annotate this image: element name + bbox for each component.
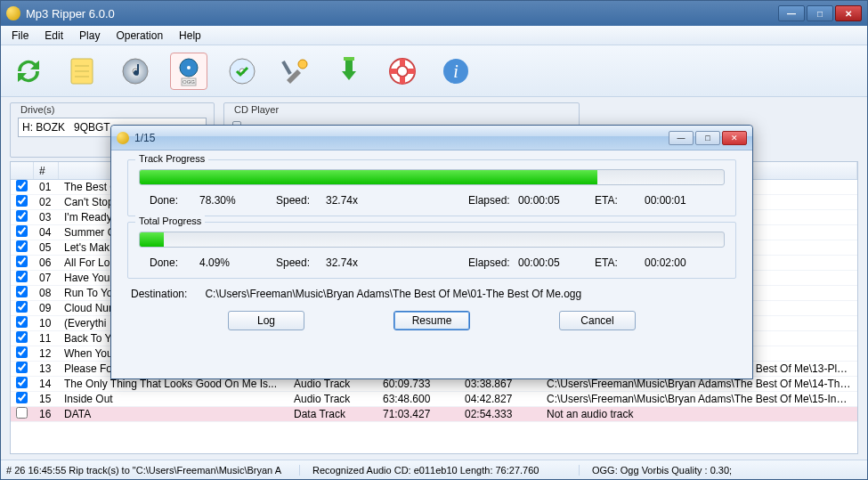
ogg-format-icon[interactable]: OGG: [170, 53, 207, 90]
menu-edit[interactable]: Edit: [37, 28, 70, 44]
menu-help[interactable]: Help: [172, 28, 208, 44]
menu-file[interactable]: File: [4, 28, 36, 44]
destination-path: C:\Users\Freeman\Music\Bryan Adams\The B…: [205, 288, 581, 300]
row-checkbox[interactable]: [16, 407, 28, 419]
cancel-button[interactable]: Cancel: [559, 311, 636, 330]
svg-point-7: [187, 66, 191, 69]
row-checkbox[interactable]: [16, 377, 28, 388]
main-titlebar[interactable]: Mp3 Ripper 6.0.0 — □ ✕: [1, 1, 867, 26]
menu-operation[interactable]: Operation: [109, 28, 170, 44]
row-checkbox[interactable]: [16, 210, 28, 222]
row-checkbox[interactable]: [16, 316, 28, 328]
info-icon[interactable]: i: [437, 53, 475, 90]
resume-button[interactable]: Resume: [393, 311, 470, 330]
tools-icon[interactable]: [277, 53, 314, 90]
log-button[interactable]: Log: [228, 311, 304, 330]
row-checkbox[interactable]: [16, 240, 28, 252]
svg-point-12: [298, 60, 307, 69]
dialog-close-button[interactable]: ✕: [722, 131, 747, 145]
total-progress-group: Total Progress Done: 4.09% Speed: 32.74x…: [127, 222, 736, 279]
track-progress-bar: [139, 169, 725, 185]
svg-rect-13: [281, 61, 291, 75]
minimize-button[interactable]: —: [778, 5, 805, 21]
dialog-maximize-button[interactable]: □: [695, 131, 720, 145]
row-checkbox[interactable]: [16, 180, 28, 191]
drives-label: Drive(s): [18, 104, 58, 115]
dialog-title: 1/15: [134, 132, 669, 144]
progress-dialog: 1/15 — □ ✕ Track Progress Done: 78.30% S…: [110, 125, 753, 379]
status-cd: Recognized Audio CD: e011eb10 Length: 76…: [312, 465, 580, 476]
row-checkbox[interactable]: [16, 362, 28, 373]
download-icon[interactable]: [330, 53, 368, 90]
app-title: Mp3 Ripper 6.0.0: [26, 7, 778, 20]
track-progress-group: Track Progress Done: 78.30% Speed: 32.74…: [127, 159, 736, 216]
table-row[interactable]: 15Inside OutAudio Track63:48.60004:42.82…: [11, 392, 857, 407]
dialog-minimize-button[interactable]: —: [669, 131, 694, 145]
destination-label: Destination:: [131, 288, 187, 300]
toolbar: OGG i: [1, 45, 867, 97]
row-checkbox[interactable]: [16, 301, 28, 313]
svg-text:OGG: OGG: [183, 79, 195, 85]
cdplayer-label: CD Player: [231, 104, 281, 115]
status-rip: # 26 16:45:55 Rip track(s) to "C:\Users\…: [6, 465, 300, 476]
app-icon: [6, 6, 20, 20]
row-checkbox[interactable]: [16, 195, 28, 207]
row-checkbox[interactable]: [16, 286, 28, 297]
help-lifering-icon[interactable]: [384, 53, 421, 90]
row-checkbox[interactable]: [16, 392, 28, 403]
total-progress-bar: [139, 232, 725, 248]
svg-point-17: [397, 66, 408, 77]
row-checkbox[interactable]: [16, 346, 28, 358]
disc-check-icon[interactable]: [223, 53, 261, 90]
maximize-button[interactable]: □: [807, 5, 833, 21]
svg-rect-14: [345, 59, 353, 71]
row-checkbox[interactable]: [16, 225, 28, 237]
statusbar: # 26 16:45:55 Rip track(s) to "C:\Users\…: [1, 460, 867, 479]
svg-text:i: i: [453, 61, 458, 81]
note-icon[interactable]: [63, 53, 101, 90]
dialog-titlebar[interactable]: 1/15 — □ ✕: [111, 126, 752, 151]
menu-play[interactable]: Play: [72, 28, 107, 44]
dialog-icon: [117, 132, 129, 144]
svg-rect-15: [344, 57, 354, 61]
menubar: File Edit Play Operation Help: [1, 26, 867, 45]
col-number[interactable]: #: [34, 162, 59, 179]
status-format: OGG: Ogg Vorbis Quality : 0.30;: [592, 465, 732, 476]
refresh-icon[interactable]: [10, 53, 47, 90]
row-checkbox[interactable]: [16, 271, 28, 282]
close-button[interactable]: ✕: [835, 5, 862, 21]
table-row[interactable]: 16DATAData Track71:03.42702:54.333Not an…: [11, 407, 857, 422]
row-checkbox[interactable]: [16, 331, 28, 343]
row-checkbox[interactable]: [16, 256, 28, 267]
disc-music-icon[interactable]: [117, 53, 154, 90]
